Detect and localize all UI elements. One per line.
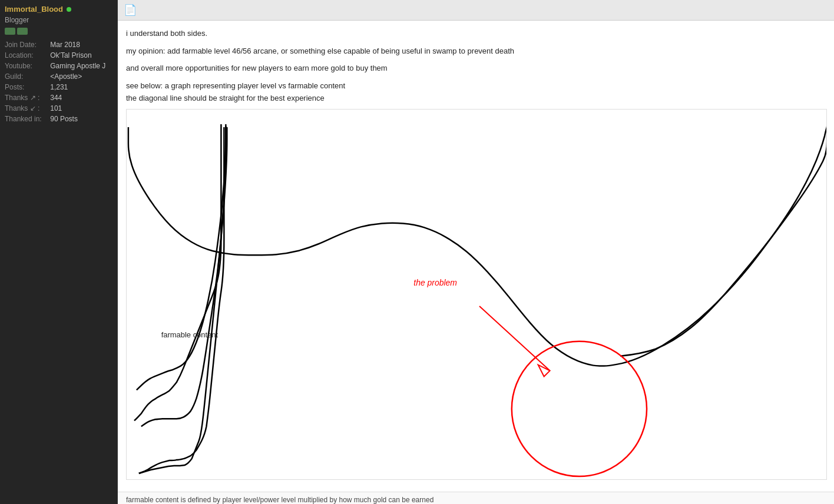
thanked-row: Thanked in: 90 Posts [5,114,112,124]
thanks-down-value: 101 [50,103,112,114]
rank-icon-2 [17,28,28,35]
user-role: Blogger [5,16,112,24]
join-date-value: Mar 2018 [50,39,112,50]
post-body: i understand both sides. my opinion: add… [118,21,834,492]
posts-label: Posts: [5,82,50,92]
svg-rect-0 [127,110,826,479]
location-label: Location: [5,50,50,61]
youtube-value: Gaming Apostle J [50,61,112,71]
line-3: and overall more opportunities for new p… [126,62,827,74]
location-value: Ok'Tal Prison [50,50,112,61]
youtube-row: Youtube: Gaming Apostle J [5,61,112,71]
farmable-label: farmable content [161,330,219,339]
join-date-row: Join Date: Mar 2018 [5,39,112,50]
posts-row: Posts: 1,231 [5,82,112,92]
youtube-label: Youtube: [5,61,50,71]
footer-note: farmable content is defined by player le… [118,492,834,505]
online-indicator [67,7,71,12]
post-header: 📄 [118,0,834,21]
guild-row: Guild: <Apostle> [5,71,112,82]
thanks-up-value: 344 [50,92,112,103]
problem-text: the problem [413,278,457,287]
username: Immortal_Blood [5,5,112,14]
user-info-table: Join Date: Mar 2018 Location: Ok'Tal Pri… [5,39,112,124]
line-1: i understand both sides. [126,28,827,39]
thanks-down-label: Thanks ↙ : [5,103,50,114]
line-4: see below: a graph representing player l… [126,80,827,92]
sidebar: Immortal_Blood Blogger Join Date: Mar 20… [0,0,118,504]
line-2: my opinion: add farmable level 46/56 arc… [126,45,827,57]
graph-container: farmable content player level the proble… [126,109,827,480]
graph-svg: farmable content player level the proble… [127,110,826,479]
thanks-up-label: Thanks ↗ : [5,92,50,103]
username-text: Immortal_Blood [5,5,63,14]
document-icon: 📄 [124,4,137,16]
line-5: the diagonal line should be straight for… [126,92,827,104]
posts-value: 1,231 [50,82,112,92]
guild-label: Guild: [5,71,50,82]
rank-icons [5,28,112,35]
location-row: Location: Ok'Tal Prison [5,50,112,61]
thanks-up-row: Thanks ↗ : 344 [5,92,112,103]
thanks-down-row: Thanks ↙ : 101 [5,103,112,114]
join-date-label: Join Date: [5,39,50,50]
guild-value: <Apostle> [50,71,112,82]
thanked-value: 90 Posts [50,114,112,124]
thanked-label: Thanked in: [5,114,50,124]
main-content: 📄 i understand both sides. my opinion: a… [118,0,834,504]
rank-icon-1 [5,28,15,35]
